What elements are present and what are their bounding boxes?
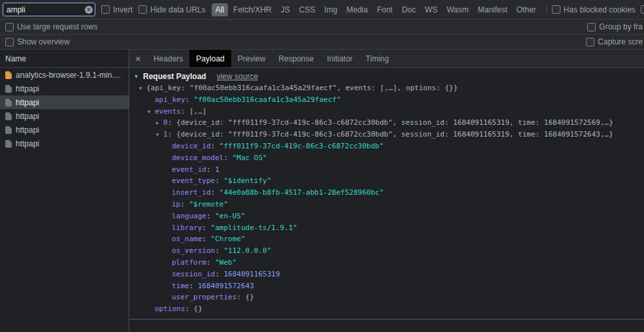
tree-line[interactable]: ▾{api_key: "f00ac50ebb316caafa1c3a45a29f…	[129, 82, 644, 94]
tree-line[interactable]: insert_id: "44e0a88b-b8fb-4517-abb1-28ef…	[129, 187, 644, 199]
group-by-frame-checkbox[interactable]	[587, 23, 596, 31]
filter-chip-other[interactable]: Other	[513, 3, 540, 16]
has-blocked-cookies-toggle[interactable]: Has blocked cookies	[552, 5, 636, 14]
invert-filter-toggle[interactable]: Invert	[101, 5, 133, 14]
request-list-pane: Name analytics-browser-1.9.1-min....http…	[0, 50, 129, 332]
document-file-icon	[5, 112, 12, 120]
filter-chip-media[interactable]: Media	[342, 3, 372, 16]
filter-chip-fetch-xhr[interactable]: Fetch/XHR	[229, 3, 276, 16]
request-row[interactable]: analytics-browser-1.9.1-min....	[0, 68, 129, 82]
token-k: 0	[163, 118, 168, 127]
request-row[interactable]: httpapi	[0, 123, 129, 137]
tab-response[interactable]: Response	[272, 50, 320, 67]
request-row[interactable]: httpapi	[0, 82, 129, 95]
row2-right-group: Group by fra	[587, 22, 643, 31]
token-k: event_id	[172, 165, 206, 174]
expanded-arrow-icon[interactable]: ▾	[138, 82, 146, 94]
request-row[interactable]: httpapi	[0, 95, 129, 109]
tree-line[interactable]: user_properties: {}	[129, 291, 644, 303]
payload-panel: ▾ Request Payload view source ▾{api_key:…	[129, 68, 644, 332]
section-title: Request Payload	[143, 72, 206, 81]
clear-filter-icon[interactable]: ✕	[85, 6, 93, 14]
token-k: session_id	[172, 270, 215, 278]
filter-chip-doc[interactable]: Doc	[398, 3, 419, 16]
filter-input-box: ✕	[3, 3, 95, 16]
tree-line[interactable]: os_name: "Chrome"	[129, 233, 644, 245]
filter-chip-img[interactable]: Img	[320, 3, 341, 16]
token-p: :	[168, 130, 176, 139]
token-k: library	[172, 224, 202, 232]
script-file-icon	[5, 71, 12, 79]
hide-data-urls-toggle[interactable]: Hide data URLs	[138, 5, 206, 14]
use-large-rows-toggle[interactable]: Use large request rows	[5, 22, 97, 31]
use-large-rows-checkbox[interactable]	[5, 23, 14, 31]
tree-line[interactable]: api_key: "f00ac50ebb316caafa1c3a45a29fae…	[129, 94, 644, 106]
section-expanded-arrow-icon[interactable]: ▾	[135, 73, 143, 80]
tab-payload[interactable]: Payload	[189, 50, 231, 67]
tree-line[interactable]: platform: "Web"	[129, 257, 644, 269]
row3-right-group: Capture scre	[586, 37, 643, 46]
close-detail-button[interactable]: ×	[129, 50, 147, 67]
name-column-header[interactable]: Name	[0, 50, 129, 68]
capture-screenshots-toggle[interactable]: Capture scre	[586, 37, 643, 46]
hide-data-urls-checkbox[interactable]	[138, 5, 147, 14]
blocked-requests-toggle[interactable]: Blo	[641, 5, 644, 14]
request-row[interactable]: httpapi	[0, 109, 129, 123]
filter-chip-js[interactable]: JS	[277, 3, 294, 16]
show-overview-checkbox[interactable]	[5, 38, 14, 46]
tree-line[interactable]: language: "en-US"	[129, 210, 644, 222]
filter-chip-wasm[interactable]: Wasm	[443, 3, 473, 16]
group-by-frame-toggle[interactable]: Group by fra	[587, 22, 643, 31]
token-s: "44e0a88b-b8fb-4517-abb1-28ef528960bc"	[219, 188, 384, 197]
token-p: :	[215, 270, 223, 278]
token-k: device_id	[172, 142, 211, 150]
filter-chip-all[interactable]: All	[212, 3, 228, 16]
filter-chip-font[interactable]: Font	[373, 3, 396, 16]
tree-line[interactable]: session_id: 1684091165319	[129, 269, 644, 280]
tree-line[interactable]: ▸0: {device_id: "fff011f9-37cd-419c-86c3…	[129, 117, 644, 129]
expanded-arrow-icon[interactable]: ▾	[155, 129, 163, 141]
tree-line[interactable]: device_id: "fff011f9-37cd-419c-86c3-c687…	[129, 141, 644, 152]
filter-chips: AllFetch/XHRJSCSSImgMediaFontDocWSWasmMa…	[212, 3, 540, 16]
expanded-arrow-icon[interactable]: ▾	[147, 106, 155, 118]
capture-screenshots-checkbox[interactable]	[586, 38, 594, 46]
request-row[interactable]: httpapi	[0, 137, 129, 150]
token-n: 1	[215, 165, 219, 174]
view-source-link[interactable]: view source	[217, 72, 258, 81]
token-k: language	[172, 212, 206, 220]
tree-line[interactable]: device_model: "Mac OS"	[129, 152, 644, 164]
collapsed-arrow-icon[interactable]: ▸	[155, 117, 163, 129]
filter-chip-manifest[interactable]: Manifest	[474, 3, 511, 16]
tree-line[interactable]: time: 1684091572643	[129, 280, 644, 292]
tab-headers[interactable]: Headers	[147, 50, 189, 67]
has-blocked-cookies-label: Has blocked cookies	[564, 5, 636, 14]
filter-input[interactable]	[7, 5, 83, 14]
tree-line[interactable]: options: {}	[129, 303, 644, 315]
blocked-requests-checkbox[interactable]	[641, 5, 644, 14]
tree-line[interactable]: ip: "$remote"	[129, 199, 644, 210]
filter-chip-ws[interactable]: WS	[421, 3, 442, 16]
token-k: insert_id	[172, 188, 211, 197]
token-p: :	[215, 176, 223, 185]
capture-screenshots-label: Capture scre	[598, 37, 643, 46]
tab-preview[interactable]: Preview	[231, 50, 272, 67]
tab-initiator[interactable]: Initiator	[320, 50, 359, 67]
tree-line[interactable]: os_version: "112.0.0.0"	[129, 245, 644, 257]
token-p: :	[211, 142, 219, 150]
tab-timing[interactable]: Timing	[359, 50, 396, 67]
has-blocked-cookies-checkbox[interactable]	[552, 5, 560, 14]
tree-line[interactable]: ▾events: [,…]	[129, 106, 644, 118]
token-k: 1	[163, 130, 168, 139]
invert-checkbox[interactable]	[101, 5, 110, 14]
token-p: :	[206, 212, 215, 220]
tree-line[interactable]: library: "amplitude-ts/1.9.1"	[129, 222, 644, 234]
use-large-rows-label: Use large request rows	[17, 22, 97, 31]
tree-line[interactable]: ▾1: {device_id: "fff011f9-37cd-419c-86c3…	[129, 129, 644, 141]
token-k: platform	[172, 258, 206, 267]
filter-chip-css[interactable]: CSS	[295, 3, 319, 16]
show-overview-toggle[interactable]: Show overview	[5, 37, 70, 46]
tree-line[interactable]: event_type: "$identify"	[129, 175, 644, 187]
token-p: :	[202, 235, 210, 243]
token-n: 1684091165319	[223, 270, 280, 278]
tree-line[interactable]: event_id: 1	[129, 164, 644, 176]
